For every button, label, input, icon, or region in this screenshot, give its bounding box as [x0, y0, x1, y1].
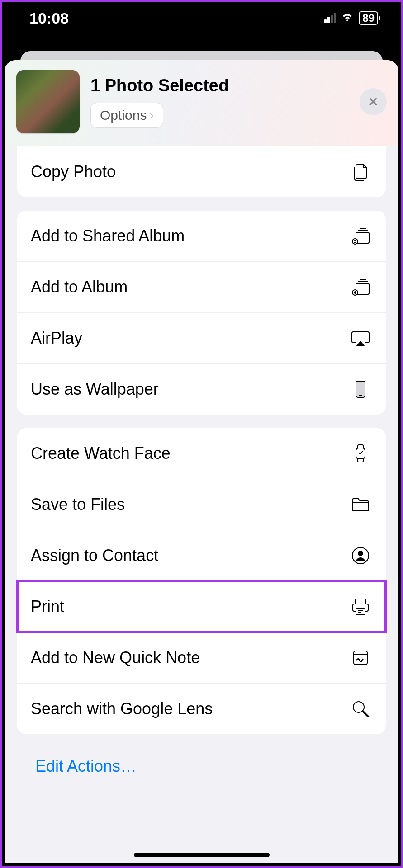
share-sheet-body[interactable]: Copy Photo Add to Shared Album Add to Al…: [5, 146, 398, 863]
battery-indicator: 89: [359, 11, 378, 25]
close-icon: [367, 96, 379, 108]
search-icon: [349, 697, 372, 721]
action-label: Assign to Contact: [31, 546, 158, 565]
action-save-files[interactable]: Save to Files: [17, 479, 386, 530]
home-indicator[interactable]: [134, 853, 270, 857]
action-label: Save to Files: [31, 495, 125, 514]
photo-thumbnail[interactable]: [16, 70, 80, 133]
action-label: Search with Google Lens: [31, 699, 213, 718]
copy-doc-icon: [349, 160, 372, 184]
close-button[interactable]: [360, 88, 387, 115]
action-airplay[interactable]: AirPlay: [17, 312, 386, 363]
share-title: 1 Photo Selected: [90, 76, 349, 95]
options-button[interactable]: Options ›: [90, 103, 163, 128]
share-sheet-header: 1 Photo Selected Options ›: [5, 60, 398, 146]
svg-point-15: [353, 702, 364, 712]
action-label: Copy Photo: [31, 162, 116, 181]
action-print[interactable]: Print: [17, 581, 386, 632]
quicknote-icon: [349, 646, 372, 670]
share-sheet: 1 Photo Selected Options › Copy Photo Ad…: [5, 60, 398, 863]
svg-rect-3: [356, 381, 365, 397]
action-group: Add to Shared Album Add to Album AirPlay…: [17, 211, 386, 415]
action-assign-contact[interactable]: Assign to Contact: [17, 530, 386, 581]
action-add-album[interactable]: Add to Album: [17, 261, 386, 312]
action-label: AirPlay: [31, 329, 82, 348]
action-group: Create Watch Face Save to Files Assign t…: [17, 428, 386, 734]
phone-icon: [349, 377, 372, 401]
svg-rect-13: [354, 651, 367, 665]
action-label: Add to Shared Album: [31, 226, 185, 245]
shared-album-icon: [349, 224, 372, 248]
cellular-signal-icon: [324, 13, 336, 23]
options-label: Options: [100, 108, 147, 123]
folder-icon: [349, 493, 372, 516]
status-time: 10:08: [29, 9, 69, 27]
svg-point-8: [358, 551, 363, 556]
action-google-lens[interactable]: Search with Google Lens: [17, 683, 386, 734]
watch-icon: [349, 442, 372, 465]
svg-point-1: [354, 240, 356, 241]
printer-icon: [349, 595, 372, 618]
contact-icon: [349, 544, 372, 567]
add-album-icon: [349, 275, 372, 299]
svg-line-16: [363, 711, 369, 717]
svg-rect-10: [356, 609, 365, 615]
action-quick-note[interactable]: Add to New Quick Note: [17, 632, 386, 683]
action-copy-photo[interactable]: Copy Photo: [17, 146, 386, 197]
status-bar: 10:08 89: [2, 2, 401, 34]
chevron-right-icon: ›: [149, 108, 153, 123]
action-watch-face[interactable]: Create Watch Face: [17, 428, 386, 479]
wifi-icon: [341, 9, 354, 27]
airplay-icon: [349, 326, 372, 350]
status-right: 89: [324, 9, 378, 27]
action-label: Create Watch Face: [31, 444, 171, 463]
action-label: Print: [31, 597, 64, 616]
action-label: Use as Wallpaper: [31, 380, 159, 399]
action-wallpaper[interactable]: Use as Wallpaper: [17, 363, 386, 415]
edit-actions-link[interactable]: Edit Actions…: [17, 748, 386, 798]
action-add-shared-album[interactable]: Add to Shared Album: [17, 211, 386, 261]
action-group: Copy Photo: [17, 146, 386, 197]
action-label: Add to New Quick Note: [31, 648, 200, 667]
action-label: Add to Album: [31, 278, 128, 297]
